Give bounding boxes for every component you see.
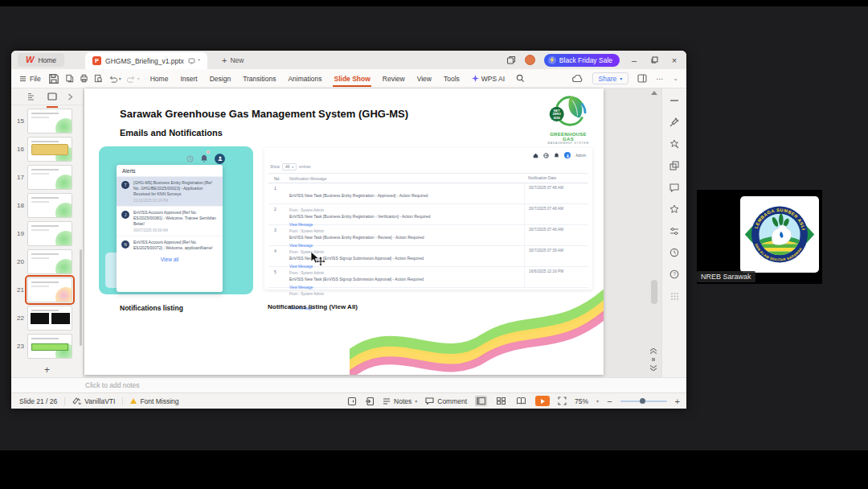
print-preview-icon[interactable] [94,74,103,83]
minimize-button[interactable]: – [628,55,640,66]
reading-view-button[interactable] [515,396,527,406]
tab-design[interactable]: Design [209,72,231,85]
apps-grid-icon[interactable] [669,290,680,302]
thumbnail-row[interactable]: 18 [11,192,83,219]
redo-button[interactable]: ▾ [127,75,140,83]
tab-animations[interactable]: Animations [287,72,322,85]
slide-subtitle[interactable]: Emails and Notifications [120,128,223,138]
scrollbar-thumb[interactable] [651,280,657,304]
redo-caret-icon[interactable]: ▾ [137,76,140,81]
participant-video-tile[interactable]: LEMBAGA SUMBER ASLI DAN ALAM SEKITAR SAR… [697,190,822,284]
tab-home[interactable]: Home [149,72,170,85]
browse-object-button[interactable] [651,357,656,362]
thumbnail-row[interactable]: 15 [11,108,83,134]
thumbnail-row[interactable]: 20 [11,249,83,275]
undo-button[interactable]: ▾ [108,75,121,83]
tab-slide-show[interactable]: Slide Show [333,72,371,85]
settings-sliders-icon[interactable] [669,225,680,236]
history-icon[interactable] [669,247,680,258]
notes-placeholder: Click to add notes [85,381,140,389]
smart-design-icon[interactable] [669,138,680,150]
slide-sorter-view-button[interactable] [495,396,507,406]
tab-tools[interactable]: Tools [443,72,461,85]
alert-item: N EnVISS Account Approved [Ref No. ES/20… [117,236,223,254]
notes-toggle[interactable]: Notes ▾ [383,397,417,405]
favorites-icon[interactable] [669,203,680,215]
expand-panel-icon[interactable] [68,93,73,101]
zoom-value[interactable]: 75% [575,397,588,405]
tab-transitions[interactable]: Transitions [242,72,276,85]
add-slide-button[interactable]: + [11,364,83,376]
font-missing-warning[interactable]: Font Missing [130,397,178,405]
caption-notifications-listing-view-all[interactable]: Notifications listing (View All) [268,303,358,310]
help-icon[interactable]: ? [669,269,680,280]
slide-17-thumbnail[interactable] [27,165,72,190]
zoom-in-button[interactable]: + [675,397,680,406]
fit-slide-icon[interactable] [558,397,567,405]
slide-18-thumbnail[interactable] [27,193,72,218]
slide-16-thumbnail[interactable] [27,137,72,162]
desk-study-icon[interactable] [365,397,375,406]
slide-23-thumbnail[interactable] [27,334,72,359]
slide-canvas[interactable]: Sarawak Greenhouse Gas Management System… [84,88,604,375]
caption-notifications-listing[interactable]: Notifications listing [120,304,183,312]
collapse-pane-icon[interactable] [669,95,680,106]
tab-insert[interactable]: Insert [179,72,198,85]
new-tab-button[interactable]: + New [222,55,244,65]
zoom-slider[interactable] [620,401,667,402]
thumbnail-row[interactable]: 16 [11,136,83,162]
tab-view[interactable]: View [416,72,432,85]
document-tab[interactable]: P GHGMS_Briefing_v1.pptx * [85,52,207,69]
output-icon[interactable] [65,74,74,83]
tab-wps-ai[interactable]: WPS AI [471,72,506,85]
save-icon[interactable] [48,73,59,84]
maximize-button[interactable] [649,55,660,66]
thumbnail-scrollbar[interactable] [80,249,82,346]
format-brush-icon[interactable] [669,117,680,128]
normal-view-button[interactable] [475,396,487,406]
task-pane-icon[interactable] [637,74,647,83]
search-icon[interactable] [516,74,525,83]
comment-button[interactable]: Comment [425,397,467,405]
zoom-caret-icon[interactable]: ▾ [596,398,599,404]
comment-pane-icon[interactable] [669,182,680,193]
slide-title[interactable]: Sarawak Greenhouse Gas Management System… [120,108,408,120]
wps-home-tab[interactable]: W Home [18,53,64,67]
slide-area-scrollbar[interactable] [649,88,660,377]
theme-button[interactable]: VanillaVTI [72,397,115,405]
collapse-ribbon-icon[interactable]: ⌄ [673,75,678,82]
close-button[interactable]: × [669,55,680,66]
thumbnail-row[interactable]: 17 [11,164,83,191]
cloud-sync-icon[interactable] [572,75,583,83]
shapes-icon[interactable] [669,160,680,171]
slide-15-thumbnail[interactable] [27,109,72,134]
thumbnail-row[interactable]: 23 [11,333,83,360]
slideshow-play-button[interactable] [535,396,550,406]
scroll-up-icon[interactable] [651,91,657,95]
task-window-icon[interactable] [347,397,357,406]
tab-review[interactable]: Review [382,72,406,85]
slide-view-icon[interactable] [47,89,57,104]
more-options-icon[interactable]: ⋯ [656,75,664,83]
share-button[interactable]: Share ▾ [592,72,629,84]
slide-21-thumbnail-selected[interactable] [27,277,72,302]
slide-19-thumbnail[interactable] [27,221,72,246]
next-slide-button[interactable] [650,365,657,371]
slide-editing-area[interactable]: Sarawak Greenhouse Gas Management System… [84,88,661,377]
thumbnail-row[interactable]: 19 [11,220,83,247]
previous-slide-button[interactable] [650,348,657,354]
slide-22-thumbnail[interactable] [27,306,72,331]
outline-view-icon[interactable] [27,92,37,101]
slide-20-thumbnail[interactable] [27,249,72,274]
undo-caret-icon[interactable]: ▾ [119,76,121,81]
zoom-out-button[interactable]: − [607,397,612,406]
thumbnail-row[interactable]: 22 [11,305,83,331]
print-icon[interactable] [80,74,88,83]
file-menu[interactable]: File [19,75,41,83]
notes-input-area[interactable]: Click to add notes [11,377,686,392]
zoom-slider-knob[interactable] [640,398,645,404]
stacked-windows-icon[interactable] [506,55,516,65]
user-avatar[interactable] [525,55,535,65]
black-friday-sale-button[interactable]: Black Friday Sale [544,54,620,67]
thumbnail-row[interactable]: 21 [11,277,83,303]
